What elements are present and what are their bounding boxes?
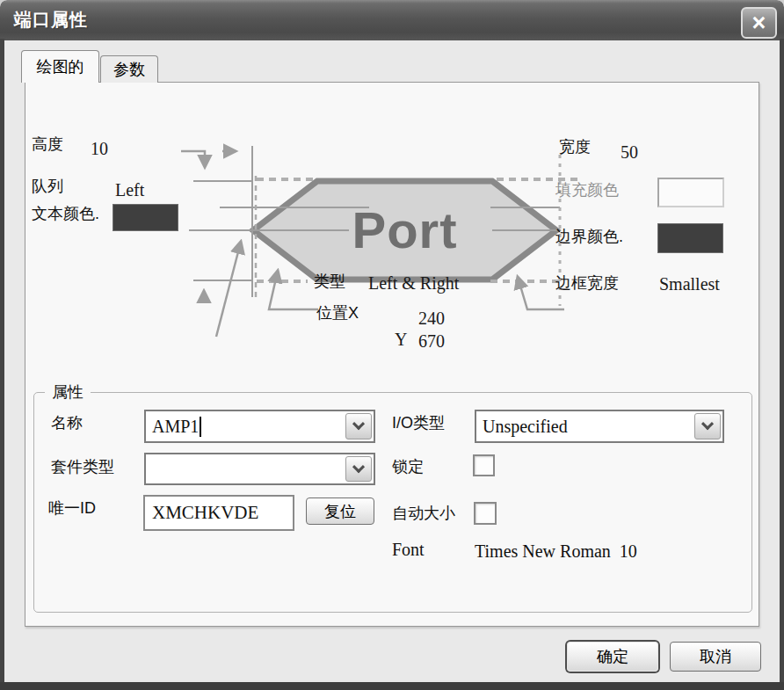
height-value[interactable]: 10 (91, 139, 108, 159)
border-color-label: 边界颜色. (555, 226, 623, 247)
position-y-label: Y (395, 330, 407, 350)
auto-size-label: 自动大小 (392, 503, 455, 524)
position-x-value[interactable]: 240 (418, 309, 445, 329)
height-label: 高度 (32, 134, 63, 155)
auto-size-checkbox[interactable] (474, 502, 497, 525)
port-properties-dialog: 端口属性 × 绘图的 参数 (0, 0, 784, 690)
tab-drawing[interactable]: 绘图的 (21, 50, 99, 83)
reset-button-label: 复位 (324, 501, 356, 522)
window-frame-right (780, 39, 784, 682)
reset-button[interactable]: 复位 (306, 498, 374, 525)
border-color-swatch[interactable] (657, 223, 723, 253)
ok-button-label: 确定 (597, 646, 628, 667)
close-icon: × (752, 11, 766, 35)
tab-drawing-label: 绘图的 (37, 56, 84, 77)
kit-type-combobox[interactable] (144, 453, 375, 485)
close-button[interactable]: × (741, 7, 777, 39)
border-width-value[interactable]: Smallest (659, 274, 720, 294)
border-width-label: 边框宽度 (555, 272, 619, 294)
cancel-button[interactable]: 取消 (670, 642, 761, 672)
width-label: 宽度 (559, 136, 591, 157)
unique-id-value: XMCHKVDE (152, 502, 258, 524)
name-label: 名称 (51, 412, 83, 433)
type-label: 类型 (314, 271, 345, 292)
io-type-combobox[interactable]: Unspecified (475, 410, 724, 443)
font-label: Font (392, 540, 425, 560)
chevron-down-icon (352, 461, 365, 473)
name-combobox[interactable]: AMP1 (144, 410, 375, 443)
dialog-title: 端口属性 (14, 8, 88, 32)
text-color-label: 文本颜色. (32, 203, 99, 224)
text-color-swatch[interactable] (113, 204, 178, 231)
text-caret (200, 417, 201, 437)
name-value: AMP1 (152, 417, 199, 437)
tab-parameters-label: 参数 (113, 59, 145, 80)
window-frame-left (0, 39, 4, 682)
width-value[interactable]: 50 (621, 142, 638, 163)
chevron-down-icon (352, 418, 365, 430)
kit-type-label: 套件类型 (51, 456, 114, 477)
type-value[interactable]: Left & Right (368, 273, 459, 294)
io-type-label: I/O类型 (392, 412, 445, 433)
ok-button[interactable]: 确定 (567, 642, 658, 672)
font-value[interactable]: Times New Roman 10 (475, 541, 637, 562)
port-shape-label: Port (255, 181, 555, 278)
kit-type-combobox-dropdown-button[interactable] (345, 456, 372, 482)
position-x-label: 位置X (316, 302, 359, 323)
fill-color-label: 填充颜色 (555, 179, 619, 200)
unique-id-input[interactable]: XMCHKVDE (143, 495, 294, 531)
alignment-label: 队列 (32, 176, 63, 197)
io-type-combobox-dropdown-button[interactable] (694, 413, 721, 439)
name-combobox-dropdown-button[interactable] (345, 413, 372, 439)
alignment-value[interactable]: Left (115, 180, 144, 200)
properties-group-label: 属性 (45, 381, 91, 403)
window-frame-bottom (0, 682, 784, 690)
fill-color-swatch[interactable] (657, 178, 724, 207)
position-y-value[interactable]: 670 (418, 331, 445, 352)
tab-parameters[interactable]: 参数 (100, 55, 158, 83)
titlebar[interactable]: 端口属性 × (0, 0, 784, 40)
chevron-down-icon (701, 418, 714, 430)
lock-checkbox[interactable] (473, 454, 495, 476)
lock-label: 锁定 (392, 456, 424, 477)
io-type-value: Unspecified (483, 417, 568, 437)
unique-id-label: 唯一ID (48, 498, 96, 519)
cancel-button-label: 取消 (700, 646, 731, 667)
